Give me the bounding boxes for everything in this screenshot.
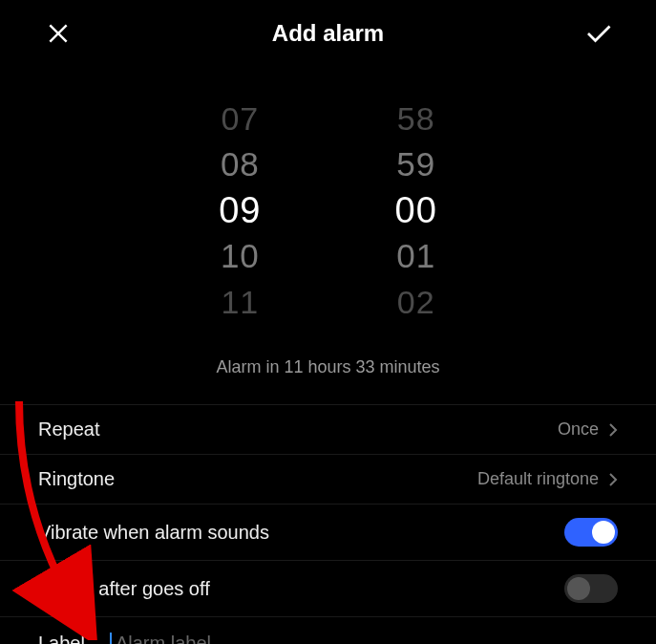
settings-list: Repeat Once Ringtone Default ringtone Vi… [0, 404, 656, 644]
hour-wheel[interactable]: 07 08 09 10 11 [219, 96, 261, 325]
hour-selected: 09 [219, 187, 261, 233]
confirm-button[interactable] [582, 17, 614, 50]
vibrate-label: Vibrate when alarm sounds [38, 522, 269, 544]
minute-option: 59 [396, 141, 435, 187]
ringtone-row[interactable]: Ringtone Default ringtone [0, 455, 656, 504]
alarm-countdown: Alarm in 11 hours 33 minutes [0, 357, 656, 377]
delete-after-label: Delete after goes off [38, 578, 210, 600]
repeat-value-text: Once [558, 419, 599, 440]
minute-selected: 00 [395, 187, 437, 233]
cancel-button[interactable] [42, 17, 74, 50]
vibrate-row: Vibrate when alarm sounds [0, 504, 656, 561]
ringtone-value: Default ringtone [477, 469, 618, 489]
header: Add alarm [0, 0, 656, 67]
time-picker[interactable]: 07 08 09 10 11 58 59 00 01 02 [0, 96, 656, 325]
toggle-knob [592, 521, 615, 544]
repeat-value: Once [558, 419, 618, 440]
ringtone-value-text: Default ringtone [477, 469, 599, 489]
chevron-right-icon [608, 422, 618, 438]
minute-wheel[interactable]: 58 59 00 01 02 [395, 96, 437, 325]
toggle-knob [567, 577, 590, 600]
repeat-label: Repeat [38, 419, 100, 440]
check-icon [583, 19, 612, 48]
page-title: Add alarm [74, 20, 582, 47]
hour-option: 07 [221, 96, 259, 141]
vibrate-toggle[interactable] [564, 518, 618, 547]
delete-after-row: Delete after goes off [0, 561, 656, 617]
minute-option: 02 [397, 279, 435, 325]
repeat-row[interactable]: Repeat Once [0, 405, 656, 455]
hour-option: 08 [221, 141, 260, 187]
chevron-right-icon [608, 472, 618, 487]
label-row: Label [0, 617, 656, 644]
hour-option: 10 [221, 233, 260, 279]
text-cursor [110, 633, 112, 644]
alarm-label-input[interactable] [110, 631, 618, 644]
delete-after-toggle[interactable] [564, 574, 618, 603]
hour-option: 11 [221, 279, 259, 325]
ringtone-label: Ringtone [38, 468, 115, 490]
close-icon [46, 21, 71, 46]
minute-option: 58 [397, 96, 435, 141]
label-field-label: Label [38, 633, 85, 644]
minute-option: 01 [396, 233, 435, 279]
